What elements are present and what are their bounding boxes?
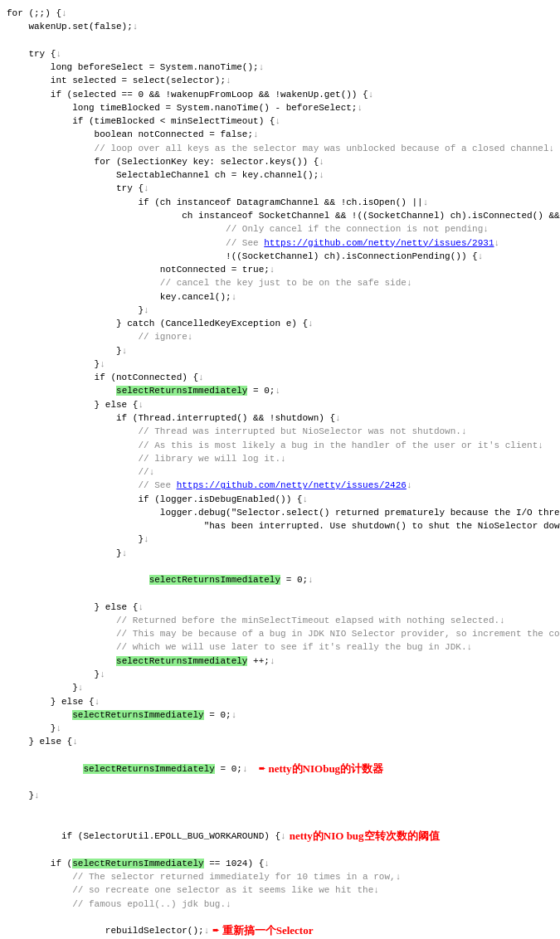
code-text: } catch (CancelledKeyException e) {↓ <box>7 319 314 328</box>
highlight-selectReturnsImmediately3: selectReturnsImmediately <box>116 656 247 666</box>
code-line: logger.debug("Selector.select() returned… <box>7 506 557 519</box>
code-line: long timeBlocked = System.nanoTime() - b… <box>7 101 557 114</box>
code-text: selectReturnsImmediately ++;↓ <box>7 656 275 666</box>
code-text: if (timeBlocked < minSelectTimeout) {↓ <box>7 116 280 126</box>
code-line: selectReturnsImmediately = 0;↓ <box>7 384 557 397</box>
code-text: } else {↓ <box>7 737 78 747</box>
code-line: // This may be because of a bug in JDK N… <box>7 627 557 640</box>
code-text: // Thread was interrupted but NioSelecto… <box>7 426 467 436</box>
code-text: }↓ <box>7 346 127 356</box>
code-line: // ignore↓ <box>7 330 557 343</box>
code-line: }↓ <box>7 547 557 560</box>
highlight-selectReturnsImmediately4: selectReturnsImmediately <box>72 710 203 720</box>
code-text: }↓ <box>7 305 149 315</box>
code-line: for (;;) {↓ <box>7 7 557 20</box>
code-text: if (Thread.interrupted() && !shutdown) {… <box>7 413 341 423</box>
annotation-text-epoll-threshold: netty的NIO bug空转次数的阈值 <box>290 829 440 844</box>
code-line: boolean notConnected = false;↓ <box>7 128 557 141</box>
code-line: if (selectReturnsImmediately == 1024) {↓ <box>7 857 557 870</box>
code-line: // Thread was interrupted but NioSelecto… <box>7 425 557 438</box>
code-line: // See https://github.com/netty/netty/is… <box>7 479 557 492</box>
code-text: }↓ <box>7 548 127 558</box>
code-text: if (logger.isDebugEnabled()) {↓ <box>7 494 308 504</box>
annotated-line-3: if (SelectorUtil.EPOLL_BUG_WORKAROUND) {… <box>7 816 557 857</box>
code-text: rebuildSelector();↓ <box>40 926 210 936</box>
code-container: for (;;) {↓ wakenUp.set(false);↓ try {↓ … <box>0 0 560 939</box>
code-line: // See https://github.com/netty/netty/is… <box>7 236 557 250</box>
annotated-line-2: selectReturnsImmediately = 0;↓ ➨ netty的N… <box>7 749 557 790</box>
code-text: ch instanceof SocketChannel && !((Socket… <box>7 211 560 221</box>
code-text: // famous epoll(..) jdk bug.↓ <box>7 899 231 909</box>
code-text: // Only cancel if the connection is not … <box>7 224 489 234</box>
code-text: // The selector returned immediately for… <box>7 872 401 882</box>
code-line: // loop over all keys as the selector ma… <box>7 142 557 155</box>
code-text: selectReturnsImmediately = 0;↓ <box>40 764 248 774</box>
code-line: if (notConnected) {↓ <box>7 371 557 384</box>
code-line: selectReturnsImmediately = 0;↓ <box>7 749 256 790</box>
code-text: }↓ <box>7 359 105 369</box>
code-line: long beforeSelect = System.nanoTime();↓ <box>7 61 557 74</box>
code-line: // famous epoll(..) jdk bug.↓ <box>7 898 557 911</box>
code-text: // This may be because of a bug in JDK N… <box>7 629 560 639</box>
code-line: // Returned before the minSelectTimeout … <box>7 614 557 627</box>
code-text: // library we will log it.↓ <box>7 454 286 464</box>
code-line: // library we will log it.↓ <box>7 452 557 465</box>
code-line: // As this is most likely a bug in the h… <box>7 439 557 452</box>
code-text: logger.debug("Selector.select() returned… <box>7 508 560 518</box>
annotation-epoll-threshold: netty的NIO bug空转次数的阈值 <box>290 829 440 844</box>
code-text: wakenUp.set(false);↓ <box>7 22 138 32</box>
code-line <box>7 34 557 47</box>
code-line: rebuildSelector();↓ <box>7 911 209 939</box>
code-text: }↓ <box>7 669 105 679</box>
code-line: if (selected == 0 && !wakenupFromLoop &&… <box>7 88 557 101</box>
highlight-selectReturnsImmediately: selectReturnsImmediately <box>116 386 247 396</box>
code-text: // so recreate one selector as it seems … <box>7 885 379 895</box>
code-line: if (logger.isDebugEnabled()) {↓ <box>7 493 557 506</box>
annotated-line-1: selectReturnsImmediately = 0;↓ <box>7 560 557 601</box>
code-line: }↓ <box>7 789 557 802</box>
code-line <box>7 803 557 816</box>
code-text: try {↓ <box>7 49 61 59</box>
code-text: }↓ <box>7 723 61 733</box>
code-line: try {↓ <box>7 182 557 195</box>
code-text: SelectableChannel ch = key.channel();↓ <box>7 170 324 180</box>
arrow-rebuild-icon: ➨ <box>212 922 219 939</box>
code-line: }↓ <box>7 681 557 694</box>
code-line: // which we will use later to see if it'… <box>7 640 557 654</box>
code-text: try {↓ <box>7 183 149 193</box>
code-text: selectReturnsImmediately = 0;↓ <box>40 575 314 585</box>
code-line: }↓ <box>7 533 557 546</box>
code-text: // loop over all keys as the selector ma… <box>7 144 554 153</box>
code-line: }↓ <box>7 668 557 681</box>
code-text: for (SelectionKey key: selector.keys()) … <box>7 157 324 167</box>
code-text: } else {↓ <box>7 602 144 612</box>
annotation-text-rebuild: 重新搞一个Selector <box>222 923 314 939</box>
code-text: //↓ <box>7 467 154 477</box>
annotation-nio-bug-counter: ➨ netty的NIObug的计数器 <box>259 761 383 777</box>
code-text: "has been interrupted. Use shutdown() to… <box>7 521 560 531</box>
code-line: selectReturnsImmediately ++;↓ <box>7 654 557 668</box>
code-line: }↓ <box>7 358 557 371</box>
code-text: !((SocketChannel) ch).isConnectionPendin… <box>7 251 483 261</box>
code-text: // cancel the key just to be on the safe… <box>7 278 412 288</box>
code-text: key.cancel();↓ <box>7 292 236 302</box>
code-text: boolean notConnected = false;↓ <box>7 129 259 139</box>
code-text: // ignore↓ <box>7 332 192 342</box>
code-line: key.cancel();↓ <box>7 290 557 304</box>
code-text: // As this is most likely a bug in the h… <box>7 440 543 450</box>
highlight-selectReturnsImmediately6: selectReturnsImmediately <box>72 859 203 868</box>
code-text: // See https://github.com/netty/netty/is… <box>7 238 499 248</box>
code-line: // cancel the key just to be on the safe… <box>7 276 557 289</box>
code-line: ch instanceof SocketChannel && !((Socket… <box>7 209 557 222</box>
code-text: notConnected = true;↓ <box>7 265 275 275</box>
code-line: // The selector returned immediately for… <box>7 870 557 883</box>
code-text: if (selectReturnsImmediately == 1024) {↓ <box>7 859 270 868</box>
code-text: }↓ <box>7 534 149 544</box>
code-text: if (notConnected) {↓ <box>7 372 204 382</box>
code-text: if (ch instanceof DatagramChannel && !ch… <box>7 197 428 207</box>
code-line: "has been interrupted. Use shutdown() to… <box>7 519 557 533</box>
code-text: for (;;) {↓ <box>7 8 67 18</box>
code-line: for (SelectionKey key: selector.keys()) … <box>7 155 557 168</box>
code-line: // Only cancel if the connection is not … <box>7 222 557 236</box>
code-text: // See https://github.com/netty/netty/is… <box>7 480 412 490</box>
